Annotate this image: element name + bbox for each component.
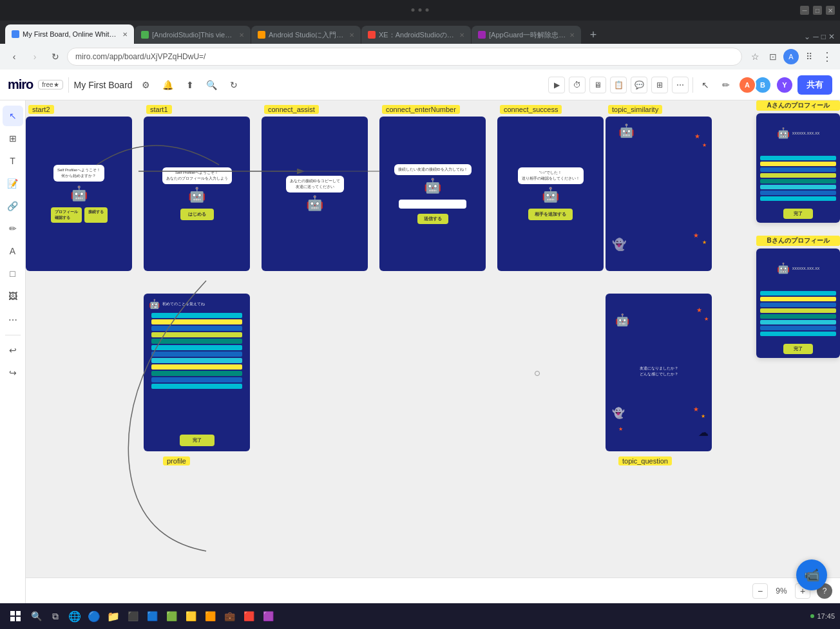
profile-a-title: Aさんのプロフィール — [756, 100, 840, 111]
text-tool[interactable]: T — [3, 151, 23, 171]
tab-1-title: My First Board, Online Whitebo... — [23, 30, 119, 38]
back-button[interactable]: ‹ — [5, 48, 23, 66]
new-tab-button[interactable]: + — [584, 26, 602, 44]
close-icon[interactable]: ✕ — [828, 32, 835, 41]
bottom-bar: ⊞ − 9% + ? — [0, 577, 840, 603]
search-icon[interactable]: 🔍 — [204, 77, 220, 93]
screen-icon[interactable]: 🖥 — [589, 77, 606, 93]
frame-start2[interactable]: start2 Self Profilerへようこそ！何から始めますか？ 🤖 プロ… — [26, 117, 132, 271]
taskbar-app-5[interactable]: 💼 — [220, 607, 238, 625]
tab-4-close[interactable]: ✕ — [459, 32, 464, 39]
tab-3-title: Android Studioに入門しよう～... — [269, 30, 346, 40]
svg-rect-4 — [16, 617, 21, 621]
more-tools[interactable]: ⋯ — [3, 310, 23, 330]
svg-rect-2 — [16, 611, 21, 615]
taskbar-app-3[interactable]: 🟨 — [182, 607, 200, 625]
frame-start1[interactable]: start1 Self Profilerへようこそ！あなたのプロフィールを入力し… — [144, 117, 250, 271]
pen-tool-icon[interactable]: ✏ — [718, 77, 734, 93]
zoom-minus-button[interactable]: − — [752, 583, 768, 599]
tab-3[interactable]: Android Studioに入門しよう～... ✕ — [251, 26, 361, 44]
reload-button[interactable]: ↻ — [46, 48, 64, 66]
play-icon[interactable]: ▶ — [548, 77, 565, 93]
link-tool[interactable]: 🔗 — [3, 196, 23, 216]
taskbar-app-7[interactable]: 🟪 — [259, 607, 277, 625]
zoom-level-display: 9% — [772, 587, 791, 596]
frame-start2-label: start2 — [28, 105, 54, 114]
notifications-icon[interactable]: 🔔 — [160, 77, 177, 93]
tab-2-title: [AndroidStudio]This view is not... — [152, 31, 236, 39]
frame-topic-question[interactable]: topic_question 友達になりましたか？どんな感じでしたか？ 🤖 👻 … — [606, 294, 712, 451]
frame-connect-assist[interactable]: connect_assist あなたの接続IDをコピーして友達に送ってください … — [262, 117, 368, 271]
forward-button[interactable]: › — [26, 48, 44, 66]
shapes-tool[interactable]: □ — [3, 263, 23, 284]
taskview-button[interactable]: ⧉ — [46, 607, 64, 625]
undo-tool[interactable]: ↩ — [3, 340, 23, 361]
minimize-icon[interactable]: ─ — [813, 32, 819, 41]
traffic-dot-1 — [412, 8, 415, 12]
tab-5-close[interactable]: ✕ — [569, 32, 575, 39]
tab-1-close[interactable]: ✕ — [122, 31, 128, 38]
close-button[interactable]: ✕ — [826, 6, 835, 15]
left-sidebar: ↖ ⊞ T 📝 🔗 ✏ A □ 🖼 ⋯ ↩ ↪ — [0, 100, 26, 603]
table-icon[interactable]: ⊞ — [651, 77, 668, 93]
edge-taskbar-icon[interactable]: 🌐 — [66, 607, 84, 625]
frame-topic-similarity-label: topic_similarity — [608, 105, 662, 114]
own-avatar[interactable]: Y — [776, 76, 794, 94]
tab-4-title: XE：AndroidStudioのgradle7... — [379, 30, 456, 40]
search-taskbar-button[interactable]: 🔍 — [27, 607, 45, 625]
frame-connect-success[interactable]: connect_success "○○"でした！送り相手の確認をしてください！ … — [497, 117, 604, 271]
svg-rect-1 — [10, 611, 15, 615]
cursor-tool-icon[interactable]: ↖ — [697, 77, 714, 93]
timer-icon[interactable]: ⏱ — [569, 77, 586, 93]
menu-icon[interactable]: ⋮ — [819, 49, 835, 64]
sticky-tool[interactable]: 📝 — [3, 173, 23, 194]
video-call-button[interactable]: 📹 — [796, 559, 827, 590]
frame-connect-assist-label: connect_assist — [264, 105, 319, 114]
share-upload-icon[interactable]: ⬆ — [182, 77, 198, 93]
tab-5[interactable]: [AppGuard一時解除忠告] - shin... ✕ — [472, 26, 581, 44]
share-button[interactable]: 共有 — [797, 75, 832, 95]
pen-tool-left[interactable]: ✏ — [3, 218, 23, 239]
taskbar-app-4[interactable]: 🟧 — [201, 607, 219, 625]
chat-icon[interactable]: 💬 — [631, 77, 647, 93]
address-bar[interactable]: miro.com/app/board/uXjVPZqHDwU=/ — [67, 48, 742, 66]
taskbar-app-1[interactable]: 🟦 — [143, 607, 161, 625]
restore-icon[interactable]: □ — [821, 32, 826, 41]
cast-icon[interactable]: ⊡ — [765, 49, 781, 64]
more-apps-icon[interactable]: ⋯ — [672, 77, 689, 93]
frame-topic-question-label: topic_question — [618, 456, 672, 465]
image-tool[interactable]: 🖼 — [3, 286, 23, 306]
frame-profile[interactable]: profile 🤖 初めてのことを覚えてね — [144, 294, 250, 451]
minimize-button[interactable]: ─ — [800, 6, 809, 15]
frame-connect-enter-number[interactable]: connect_enterNumber 接続したい友達の接続IDを入力してね！ … — [379, 117, 486, 271]
profile-icon[interactable]: A — [783, 49, 799, 64]
redo-tool[interactable]: ↪ — [3, 362, 23, 383]
extensions-icon[interactable]: ⠿ — [801, 49, 817, 64]
terminal-icon[interactable]: ⬛ — [124, 607, 142, 625]
tab-2-close[interactable]: ✕ — [239, 32, 244, 39]
file-manager-icon[interactable]: 📁 — [104, 607, 122, 625]
frame-topic-similarity[interactable]: topic_similarity 🤖 👻 ★ ★ ★ ★ — [606, 117, 712, 271]
notes-icon[interactable]: 📋 — [610, 77, 627, 93]
board-name-label[interactable]: My First Board — [74, 80, 133, 90]
tab-collapse-icon[interactable]: ⌄ — [804, 32, 810, 41]
taskbar-app-6[interactable]: 🟥 — [240, 607, 258, 625]
taskbar-app-2[interactable]: 🟩 — [162, 607, 180, 625]
board-settings-icon[interactable]: ⚙ — [138, 77, 155, 93]
refresh-icon[interactable]: ↻ — [225, 77, 242, 93]
bookmark-icon[interactable]: ☆ — [747, 49, 763, 64]
frames-tool[interactable]: ⊞ — [3, 128, 23, 149]
windows-start-button[interactable] — [5, 606, 26, 626]
text-tool-2[interactable]: A — [3, 241, 23, 261]
browser-titlebar: ─ □ ✕ — [0, 0, 840, 21]
tab-2[interactable]: [AndroidStudio]This view is not... ✕ — [135, 26, 251, 44]
board-content: start2 Self Profilerへようこそ！何から始めますか？ 🤖 プロ… — [26, 100, 840, 577]
tab-3-close[interactable]: ✕ — [349, 32, 354, 39]
profile-panel-b: Bさんのプロフィール 🤖 xxxxxx.xxx.xx 完了 — [756, 236, 840, 358]
canvas-area: ↖ ⊞ T 📝 🔗 ✏ A □ 🖼 ⋯ ↩ ↪ — [0, 100, 840, 603]
chrome-taskbar-icon[interactable]: 🔵 — [85, 607, 103, 625]
tab-4[interactable]: XE：AndroidStudioのgradle7... ✕ — [361, 26, 471, 44]
select-tool[interactable]: ↖ — [3, 106, 23, 126]
maximize-button[interactable]: □ — [813, 6, 822, 15]
tab-1[interactable]: My First Board, Online Whitebo... ✕ — [5, 24, 134, 44]
